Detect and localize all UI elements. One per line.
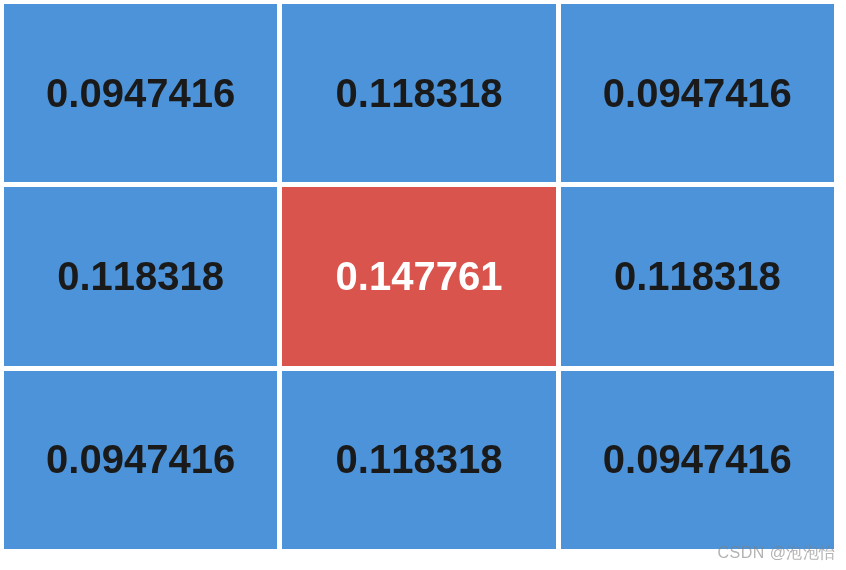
cell-0-0: 0.0947416 <box>4 4 277 182</box>
cell-1-0: 0.118318 <box>4 187 277 365</box>
cell-0-2: 0.0947416 <box>561 4 834 182</box>
cell-2-2: 0.0947416 <box>561 371 834 549</box>
kernel-grid: 0.0947416 0.118318 0.0947416 0.118318 0.… <box>0 0 838 553</box>
cell-2-0: 0.0947416 <box>4 371 277 549</box>
watermark-text: CSDN @泡泡怡 <box>717 543 836 564</box>
cell-2-1: 0.118318 <box>282 371 555 549</box>
cell-1-2: 0.118318 <box>561 187 834 365</box>
cell-0-1: 0.118318 <box>282 4 555 182</box>
cell-1-1-center: 0.147761 <box>282 187 555 365</box>
